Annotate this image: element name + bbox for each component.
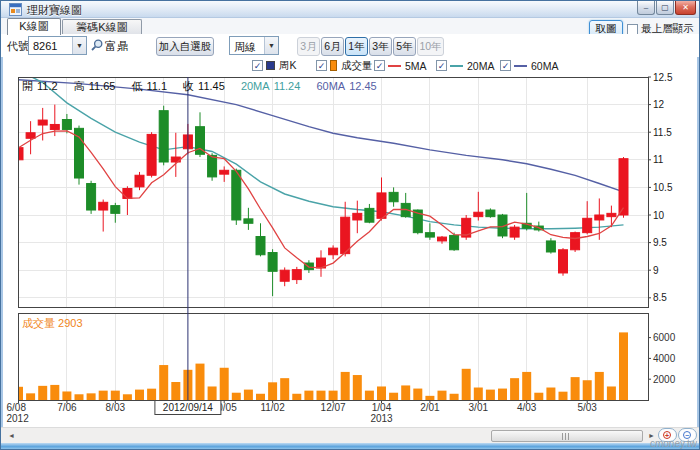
x-tick-label: 7/06 — [57, 402, 77, 413]
volume-swatch — [330, 60, 337, 71]
legend-checkbox[interactable]: ✓ — [252, 60, 263, 71]
chevron-down-icon[interactable]: ▼ — [264, 37, 278, 54]
high-value: 11.65 — [89, 80, 116, 92]
scrollbar-grip-icon — [562, 433, 571, 440]
window-bottom-border — [1, 443, 699, 449]
volume-tick-label: 2000 — [653, 374, 676, 385]
add-watchlist-button[interactable]: 加入自選股 — [156, 37, 214, 56]
volume-bar — [474, 388, 483, 400]
volume-bar — [26, 393, 35, 400]
volume-bar — [111, 391, 120, 400]
x-tick-label: 6/08 — [7, 402, 27, 413]
volume-pane-label: 成交量 2903 — [22, 316, 83, 331]
maximize-button[interactable]: ▢ — [656, 1, 674, 15]
candlestick — [159, 111, 168, 162]
candlestick — [377, 193, 386, 218]
volume-bar — [75, 394, 84, 400]
price-tick-label: 11 — [653, 154, 664, 165]
range-button-3y[interactable]: 3年 — [369, 37, 392, 56]
candlestick — [595, 215, 604, 220]
volume-bar — [583, 380, 592, 400]
ma60-label: 60MA — [316, 80, 345, 92]
ma20-label: 20MA — [241, 80, 270, 92]
candlestick — [99, 202, 108, 210]
volume-bar — [353, 375, 362, 400]
range-button-1y[interactable]: 1年 — [345, 37, 368, 56]
volume-bar — [123, 394, 132, 400]
titlebar[interactable]: 理財寶線圖 – ▢ ✕ — [1, 1, 699, 18]
legend-ma5[interactable]: ✓ 5MA — [374, 59, 427, 72]
legend-checkbox[interactable]: ✓ — [500, 60, 511, 71]
volume-bar — [450, 394, 459, 400]
scroll-left-icon[interactable]: ◄ — [8, 432, 15, 439]
legend-weekly-k[interactable]: ✓ 周K — [252, 59, 297, 72]
legend-checkbox[interactable]: ✓ — [436, 60, 447, 71]
price-tick-label: 11.5 — [653, 127, 672, 138]
volume-bar — [50, 385, 59, 400]
candlestick — [510, 227, 519, 237]
horizontal-scrollbar[interactable]: ◄ ► + − — [1, 427, 699, 443]
ma20-line — [19, 70, 624, 228]
price-tick-label: 12.5 — [653, 72, 673, 83]
volume-bar — [232, 393, 241, 400]
candlestick — [38, 120, 47, 125]
range-button-5y[interactable]: 5年 — [393, 37, 416, 56]
price-tick-label: 12 — [653, 99, 665, 110]
ohlc-info-bar: 開11.2 高11.65 低11.1 收11.45 20MA11.24 60MA… — [22, 79, 381, 94]
tab-chip-kline[interactable]: 籌碼K線圖 — [62, 19, 142, 35]
topmost-checkbox[interactable] — [627, 24, 638, 35]
volume-bar — [365, 391, 374, 400]
volume-bar — [304, 391, 313, 400]
ma5-swatch — [388, 65, 401, 67]
stock-search-icon[interactable] — [90, 38, 104, 52]
period-combobox[interactable]: 周線 ▼ — [229, 36, 279, 55]
scrollbar-thumb[interactable] — [491, 430, 643, 442]
candlestick — [87, 184, 96, 210]
low-label: 低 — [131, 80, 142, 92]
candlestick — [123, 189, 132, 199]
candlestick — [147, 134, 156, 175]
app-window: 12.51211.51110.5109.598.56000400020006/0… — [0, 0, 700, 450]
range-button-6m[interactable]: 6月 — [321, 37, 344, 56]
volume-bar — [607, 386, 616, 400]
candlestick — [607, 213, 616, 216]
volume-bar — [147, 389, 156, 400]
candlestick — [220, 170, 229, 174]
range-button-10y[interactable]: 10年 — [417, 37, 444, 56]
x-tick-label: 11/02 — [260, 402, 285, 413]
legend-ma20[interactable]: ✓ 20MA — [436, 59, 494, 72]
app-icon — [9, 3, 22, 16]
weekly-k-swatch — [266, 61, 275, 70]
legend-checkbox[interactable]: ✓ — [316, 60, 327, 71]
x-tick-label: 8/03 — [106, 402, 126, 413]
volume-bar — [38, 386, 47, 400]
candlestick — [474, 212, 483, 216]
volume-bar — [208, 386, 217, 400]
tab-strip: K線圖 籌碼K線圖 取圖 最上層顯示 — [1, 18, 699, 34]
volume-bar — [559, 392, 568, 400]
stock-code-combobox[interactable]: 8261 ▼ — [28, 36, 87, 55]
range-button-3m[interactable]: 3月 — [297, 37, 320, 56]
window-title: 理財寶線圖 — [27, 3, 82, 18]
candlestick — [244, 219, 253, 223]
chevron-down-icon[interactable]: ▼ — [72, 37, 86, 54]
candlestick — [292, 270, 301, 280]
volume-bar — [595, 372, 604, 400]
candlestick — [353, 213, 362, 220]
legend-volume[interactable]: ✓ 成交量 — [316, 59, 373, 72]
period-value: 周線 — [234, 40, 256, 55]
legend-checkbox[interactable]: ✓ — [374, 60, 385, 71]
legend-ma60[interactable]: ✓ 60MA — [500, 59, 558, 72]
candlestick — [438, 237, 447, 241]
candlestick — [425, 233, 434, 237]
low-value: 11.1 — [146, 80, 167, 92]
tab-kline[interactable]: K線圖 — [7, 18, 61, 35]
minimize-button[interactable]: – — [637, 1, 655, 15]
volume-bar — [329, 391, 338, 400]
close-button[interactable]: ✕ — [675, 1, 696, 15]
open-value: 11.2 — [37, 80, 58, 92]
volume-value: 2903 — [58, 317, 82, 329]
volume-bar — [99, 391, 108, 400]
crosshair-date-label: 2012/09/14 — [163, 402, 213, 413]
volume-bar — [62, 391, 71, 400]
